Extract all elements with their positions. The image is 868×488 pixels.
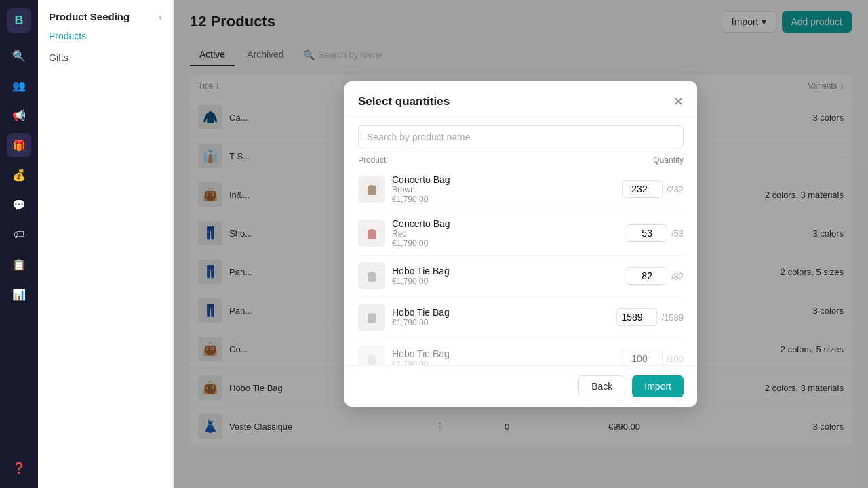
modal-list-item: Hobo Tie Bag €1,790.00 /82 [358, 256, 684, 297]
qty-input[interactable] [622, 180, 663, 198]
item-price: €1,790.00 [392, 277, 450, 286]
qty-input[interactable] [627, 224, 667, 242]
left-nav-title: Product Seeding [49, 11, 130, 22]
left-nav: Product Seeding ‹ Products Gifts [38, 0, 174, 488]
qty-max: /1589 [661, 312, 684, 323]
tag-icon[interactable]: 🏷 [7, 222, 31, 247]
modal-col-headers: Product Quantity [344, 148, 697, 167]
help-icon[interactable]: ❓ [7, 455, 31, 480]
sidebar: B 🔍 👥 📢 🎁 💰 💬 🏷 📋 📊 ❓ [0, 0, 38, 488]
item-sub1: Red [392, 229, 450, 239]
item-name: Concerto Bag [392, 174, 450, 185]
qty-max: /232 [667, 184, 684, 195]
sidebar-item-products[interactable]: Products [38, 25, 173, 47]
main-content: 12 Products Import ▾ Add product Active … [174, 0, 868, 488]
megaphone-icon[interactable]: 📢 [7, 103, 31, 127]
modal-footer: Back Import [344, 365, 697, 407]
qty-max: /82 [671, 271, 684, 281]
item-name: Hobo Tie Bag [392, 348, 450, 359]
left-nav-header: Product Seeding ‹ [38, 0, 173, 25]
collapse-icon[interactable]: ‹ [159, 12, 162, 22]
list-icon[interactable]: 📋 [7, 252, 31, 277]
chat-icon[interactable]: 💬 [7, 192, 31, 217]
modal-list-item: Concerto Bag Brown €1,790.00 /232 [358, 167, 684, 211]
qty-max: /100 [667, 354, 684, 364]
item-thumb [358, 345, 385, 365]
search-icon[interactable]: 🔍 [7, 43, 31, 68]
item-price: €1,790.00 [392, 239, 450, 248]
modal-list: Concerto Bag Brown €1,790.00 /232 [344, 167, 697, 365]
chart-icon[interactable]: 📊 [7, 282, 31, 306]
users-icon[interactable]: 👥 [7, 73, 31, 98]
modal-overlay: Select quantities ✕ Product Quantity [174, 0, 868, 488]
item-thumb [358, 262, 385, 289]
item-price: €1,790.00 [392, 359, 450, 365]
item-name: Hobo Tie Bag [392, 307, 450, 318]
modal-title: Select quantities [358, 95, 450, 108]
modal-list-item: Hobo Tie Bag €1,790.00 /1589 [358, 297, 684, 338]
modal-list-item: Concerto Bag Red €1,790.00 /53 [358, 211, 684, 256]
select-quantities-modal: Select quantities ✕ Product Quantity [344, 81, 697, 407]
item-name: Concerto Bag [392, 218, 450, 229]
sidebar-item-gifts[interactable]: Gifts [38, 47, 173, 68]
qty-max: /53 [671, 228, 684, 239]
item-thumb [358, 176, 385, 203]
modal-list-item: Hobo Tie Bag €1,790.00 /100 [358, 338, 684, 365]
item-sub1: Brown [392, 185, 450, 195]
modal-close-button[interactable]: ✕ [673, 96, 684, 108]
qty-input[interactable] [616, 308, 657, 326]
import-modal-button[interactable]: Import [632, 375, 684, 397]
modal-search-container [344, 117, 697, 148]
back-button[interactable]: Back [578, 375, 625, 397]
col-product-label: Product [358, 155, 386, 165]
dollar-icon[interactable]: 💰 [7, 163, 31, 187]
gift-icon[interactable]: 🎁 [7, 133, 31, 157]
modal-search-input[interactable] [358, 125, 684, 148]
qty-input[interactable] [627, 267, 667, 285]
modal-header: Select quantities ✕ [344, 81, 697, 117]
col-quantity-label: Quantity [653, 155, 684, 165]
qty-input[interactable] [622, 350, 663, 365]
item-price: €1,790.00 [392, 318, 450, 327]
app-logo: B [7, 8, 31, 33]
item-name: Hobo Tie Bag [392, 266, 450, 277]
item-thumb [358, 304, 385, 331]
item-price: €1,790.00 [392, 195, 450, 204]
item-thumb [358, 220, 385, 247]
